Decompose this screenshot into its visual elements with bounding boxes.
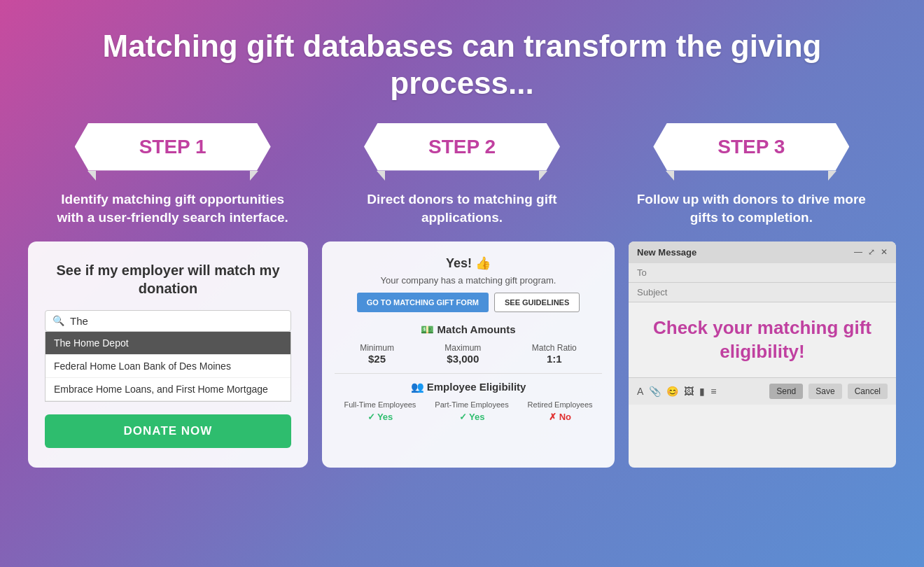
step-3-banner: STEP 3 bbox=[653, 123, 849, 171]
ribbon-tail-right-3 bbox=[828, 171, 836, 181]
minimum-col: Minimum $25 bbox=[360, 343, 394, 365]
step-2-description: Direct donors to matching gift applicati… bbox=[332, 190, 592, 227]
eligibility-icon-title: 👥 Employee Eligibility bbox=[335, 381, 602, 393]
step-2-col: STEP 2 Direct donors to matching gift ap… bbox=[332, 123, 592, 227]
parttime-label: Part-Time Employees bbox=[435, 400, 508, 409]
format-icon[interactable]: ▮ bbox=[699, 386, 705, 397]
dropdown-item-1[interactable]: Federal Home Loan Bank of Des Moines bbox=[46, 355, 290, 378]
donate-now-button[interactable]: DONATE NOW bbox=[45, 414, 291, 448]
search-card: See if my employer will match my donatio… bbox=[28, 241, 308, 468]
dropdown-item-0[interactable]: The Home Depot bbox=[46, 332, 290, 355]
see-guidelines-button[interactable]: SEE GUIDELINES bbox=[494, 293, 580, 312]
dropdown-item-2[interactable]: Embrace Home Loans, and First Home Mortg… bbox=[46, 378, 290, 401]
close-button[interactable]: ✕ bbox=[881, 247, 888, 257]
fulltime-value: ✓ Yes bbox=[344, 412, 416, 422]
email-body-text: Check your matching gift eligibility! bbox=[643, 316, 882, 364]
email-header: New Message — ⤢ ✕ bbox=[629, 241, 896, 263]
ribbon-tail-left-3 bbox=[666, 171, 674, 181]
ribbon-tail-left-1 bbox=[88, 171, 96, 181]
maximum-value: $3,000 bbox=[444, 353, 481, 365]
maximum-label: Maximum bbox=[444, 343, 481, 353]
steps-row: STEP 1 Identify matching gift opportunit… bbox=[0, 123, 924, 227]
fulltime-col: Full-Time Employees ✓ Yes bbox=[344, 400, 416, 422]
step-3-col: STEP 3 Follow up with donors to drive mo… bbox=[621, 123, 881, 227]
email-toolbar: A 📎 😊 🖼 ▮ ≡ Send Save Cancel bbox=[629, 377, 896, 405]
email-header-title: New Message bbox=[637, 247, 696, 258]
parttime-col: Part-Time Employees ✓ Yes bbox=[435, 400, 508, 422]
eligibility-row: Full-Time Employees ✓ Yes Part-Time Empl… bbox=[335, 400, 602, 422]
parttime-value: ✓ Yes bbox=[435, 412, 508, 422]
cancel-button[interactable]: Cancel bbox=[848, 384, 888, 399]
match-amounts-icon-title: 💵 Match Amounts bbox=[335, 323, 602, 336]
step-2-banner: STEP 2 bbox=[364, 123, 560, 171]
step-1-col: STEP 1 Identify matching gift opportunit… bbox=[43, 123, 303, 227]
yes-label: Yes! 👍 bbox=[446, 256, 491, 270]
search-dropdown: The Home Depot Federal Home Loan Bank of… bbox=[45, 332, 291, 402]
search-input-value[interactable]: The bbox=[70, 315, 88, 327]
email-card: New Message — ⤢ ✕ To Subject Check your … bbox=[629, 241, 896, 468]
retired-label: Retired Employees bbox=[528, 400, 593, 409]
list-icon[interactable]: ≡ bbox=[710, 386, 716, 397]
step-1-banner: STEP 1 bbox=[75, 123, 271, 171]
card2-divider bbox=[335, 373, 602, 374]
page-title: Matching gift databases can transform th… bbox=[0, 0, 924, 123]
ribbon-tail-right-2 bbox=[539, 171, 547, 181]
step-3-description: Follow up with donors to drive more gift… bbox=[621, 190, 881, 227]
minimize-button[interactable]: — bbox=[854, 247, 862, 257]
match-amounts-section: 💵 Match Amounts Minimum $25 Maximum $3,0… bbox=[335, 323, 602, 365]
ratio-label: Match Ratio bbox=[532, 343, 577, 353]
ratio-value: 1:1 bbox=[532, 353, 577, 365]
minimum-value: $25 bbox=[360, 353, 394, 365]
step-3-label: STEP 3 bbox=[718, 136, 785, 158]
ribbon-tail-right-1 bbox=[250, 171, 258, 181]
cards-row: See if my employer will match my donatio… bbox=[0, 241, 924, 468]
fulltime-label: Full-Time Employees bbox=[344, 400, 416, 409]
step-1-description: Identify matching gift opportunities wit… bbox=[43, 190, 303, 227]
minimum-label: Minimum bbox=[360, 343, 394, 353]
attach-icon[interactable]: 📎 bbox=[649, 386, 661, 397]
email-subject-field[interactable]: Subject bbox=[629, 283, 896, 302]
go-to-form-button[interactable]: GO TO MATCHING GIFT FORM bbox=[357, 293, 489, 312]
amounts-row: Minimum $25 Maximum $3,000 Match Ratio 1… bbox=[335, 343, 602, 365]
email-to-field[interactable]: To bbox=[629, 263, 896, 283]
to-label: To bbox=[637, 267, 647, 278]
search-icon: 🔍 bbox=[52, 315, 64, 326]
maximum-col: Maximum $3,000 bbox=[444, 343, 481, 365]
eligibility-icon: 👥 bbox=[411, 381, 427, 393]
email-body: Check your matching gift eligibility! bbox=[629, 302, 896, 378]
eligibility-title-text: Employee Eligibility bbox=[427, 381, 526, 393]
step-2-label: STEP 2 bbox=[428, 136, 496, 158]
action-buttons-row: GO TO MATCHING GIFT FORM SEE GUIDELINES bbox=[335, 293, 602, 312]
yes-banner: Yes! 👍 bbox=[335, 255, 602, 271]
subject-label: Subject bbox=[637, 287, 667, 298]
search-box[interactable]: 🔍 The bbox=[45, 310, 291, 332]
step-1-label: STEP 1 bbox=[139, 136, 206, 158]
search-card-title: See if my employer will match my donatio… bbox=[45, 261, 291, 298]
yes-subtitle: Your company has a matching gift program… bbox=[335, 275, 602, 286]
send-button[interactable]: Send bbox=[769, 384, 803, 399]
retired-value: ✗ No bbox=[528, 412, 593, 422]
match-icon: 💵 bbox=[421, 323, 437, 335]
step-1-ribbon: STEP 1 bbox=[75, 123, 271, 171]
image-icon[interactable]: 🖼 bbox=[684, 386, 694, 397]
ratio-col: Match Ratio 1:1 bbox=[532, 343, 577, 365]
step-2-ribbon: STEP 2 bbox=[364, 123, 560, 171]
font-icon[interactable]: A bbox=[637, 386, 643, 397]
step-3-ribbon: STEP 3 bbox=[653, 123, 849, 171]
expand-button[interactable]: ⤢ bbox=[868, 247, 875, 257]
eligibility-section: 👥 Employee Eligibility Full-Time Employe… bbox=[335, 381, 602, 422]
matching-info-card: Yes! 👍 Your company has a matching gift … bbox=[322, 241, 615, 468]
retired-col: Retired Employees ✗ No bbox=[528, 400, 593, 422]
ribbon-tail-left-2 bbox=[377, 171, 385, 181]
save-button[interactable]: Save bbox=[808, 384, 841, 399]
email-controls: — ⤢ ✕ bbox=[854, 247, 888, 257]
match-amounts-title-text: Match Amounts bbox=[438, 323, 516, 335]
emoji-icon[interactable]: 😊 bbox=[666, 386, 678, 397]
